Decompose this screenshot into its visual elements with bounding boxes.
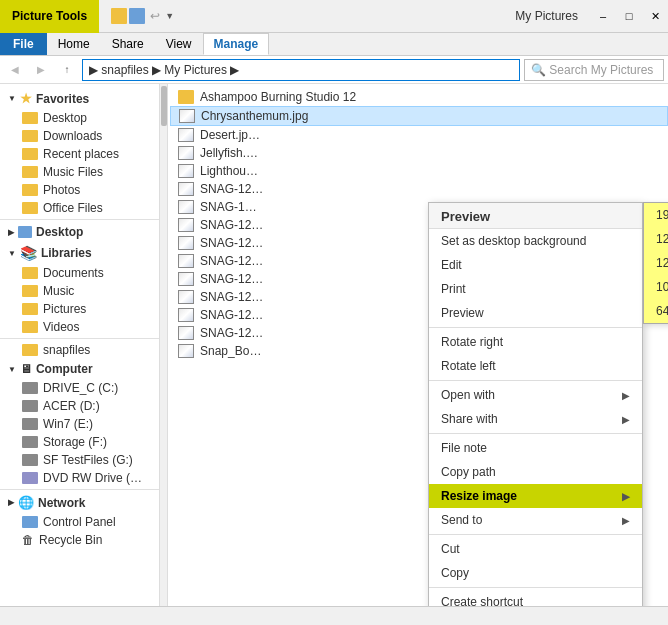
search-box[interactable]: 🔍 Search My Pictures [524,59,664,81]
ctx-set-desktop[interactable]: Set as desktop background [429,229,642,253]
sidebar-header-desktop[interactable]: ▶ Desktop [0,222,159,242]
resize-submenu: 1920x1080 1280x720 1280x1024 1024x768 64… [643,202,668,324]
file-name: Ashampoo Burning Studio 12 [200,90,356,104]
scrollbar-thumb[interactable] [161,86,167,126]
ctx-edit[interactable]: Edit [429,253,642,277]
tab-file[interactable]: File [0,33,47,55]
submenu-item-640x480[interactable]: 640x480 [644,299,668,323]
submenu-item-1024x768[interactable]: 1024x768 [644,275,668,299]
tab-share[interactable]: Share [101,33,155,55]
sidebar-divider3 [0,489,159,490]
sidebar-item-label: Downloads [43,129,102,143]
ctx-resize-image[interactable]: Resize image ▶ [429,484,642,508]
ctx-rotate-right[interactable]: Rotate right [429,330,642,354]
folder-icon [22,130,38,142]
tab-manage[interactable]: Manage [203,33,270,55]
sidebar-item-downloads[interactable]: Downloads [0,127,159,145]
chevron-down-icon: ▼ [8,249,16,258]
sidebar-item-music-files[interactable]: Music Files [0,163,159,181]
sidebar-item-control-panel[interactable]: Control Panel [0,513,159,531]
window-controls: – □ ✕ [590,0,668,33]
sidebar-item-label: Documents [43,266,104,280]
back-button[interactable]: ◀ [4,59,26,81]
minimize-button[interactable]: – [590,0,616,33]
file-name: Snap_Bo… [200,344,261,358]
sidebar-item-dvd[interactable]: DVD RW Drive (… [0,469,159,487]
sidebar-item-videos[interactable]: Videos [0,318,159,336]
sidebar-item-drive-g[interactable]: SF TestFiles (G:) [0,451,159,469]
undo-icon[interactable]: ↩ [147,8,163,24]
folder-icon [22,321,38,333]
up-button[interactable]: ↑ [56,59,78,81]
ctx-copy[interactable]: Copy [429,561,642,585]
maximize-button[interactable]: □ [616,0,642,33]
file-name: SNAG-12… [200,218,263,232]
sidebar-item-label: DRIVE_C (C:) [43,381,118,395]
sidebar-item-desktop[interactable]: Desktop [0,109,159,127]
ctx-open-with[interactable]: Open with ▶ [429,383,642,407]
network-icon: 🌐 [18,495,34,510]
close-button[interactable]: ✕ [642,0,668,33]
ctx-separator2 [429,380,642,381]
submenu-item-1280x720[interactable]: 1280x720 [644,227,668,251]
ctx-send-to[interactable]: Send to ▶ [429,508,642,532]
sidebar-divider [0,219,159,220]
sidebar-item-label: Music Files [43,165,103,179]
libraries-label: Libraries [41,246,92,260]
file-item-desert[interactable]: Desert.jp… [170,126,668,144]
sidebar-item-drive-f[interactable]: Storage (F:) [0,433,159,451]
sidebar-item-music[interactable]: Music [0,282,159,300]
dropdown-icon[interactable]: ▼ [165,8,174,24]
quick-access-icon [111,8,127,24]
submenu-item-1920[interactable]: 1920x1080 [644,203,668,227]
sidebar-item-drive-e[interactable]: Win7 (E:) [0,415,159,433]
ctx-preview[interactable]: Preview [429,301,642,325]
sidebar-item-pictures[interactable]: Pictures [0,300,159,318]
sidebar-item-recycle-bin[interactable]: 🗑 Recycle Bin [0,531,159,549]
submenu-item-1280x1024[interactable]: 1280x1024 [644,251,668,275]
folder-icon [22,202,38,214]
sidebar-header-favorites[interactable]: ▼ ★ Favorites [0,88,159,109]
status-bar [0,606,668,625]
sidebar-item-drive-d[interactable]: ACER (D:) [0,397,159,415]
sidebar-item-drive-c[interactable]: DRIVE_C (C:) [0,379,159,397]
ctx-file-note[interactable]: File note [429,436,642,460]
ctx-copy-path[interactable]: Copy path [429,460,642,484]
file-item-chrysanthemum[interactable]: Chrysanthemum.jpg [170,106,668,126]
ctx-print[interactable]: Print [429,277,642,301]
ctx-rotate-left[interactable]: Rotate left [429,354,642,378]
file-item-snag1[interactable]: SNAG-12… [170,180,668,198]
ctx-label: Print [441,282,466,296]
sidebar-item-photos[interactable]: Photos [0,181,159,199]
tab-view[interactable]: View [155,33,203,55]
tab-home[interactable]: Home [47,33,101,55]
ctx-cut[interactable]: Cut [429,537,642,561]
forward-button[interactable]: ▶ [30,59,52,81]
scrollbar-track[interactable] [160,84,168,606]
sidebar-item-office-files[interactable]: Office Files [0,199,159,217]
image-icon [178,236,194,250]
ctx-label: Edit [441,258,462,272]
ctx-separator4 [429,534,642,535]
drive-icon [22,418,38,430]
folder-icon [22,344,38,356]
computer-label: Computer [36,362,93,376]
address-path[interactable]: ▶ snapfiles ▶ My Pictures ▶ [82,59,520,81]
sidebar-item-label: Recent places [43,147,119,161]
ctx-share-with[interactable]: Share with ▶ [429,407,642,431]
sidebar-header-computer[interactable]: ▼ 🖥 Computer [0,359,159,379]
file-item-ashampoo[interactable]: Ashampoo Burning Studio 12 [170,88,668,106]
title-bar: Picture Tools ↩ ▼ My Pictures – □ ✕ [0,0,668,33]
image-icon [178,344,194,358]
sidebar-item-documents[interactable]: Documents [0,264,159,282]
sidebar-item-recent[interactable]: Recent places [0,145,159,163]
ctx-create-shortcut[interactable]: Create shortcut [429,590,642,606]
file-name: Jellyfish.… [200,146,258,160]
file-item-jellyfish[interactable]: Jellyfish.… [170,144,668,162]
ctx-separator3 [429,433,642,434]
sidebar-header-libraries[interactable]: ▼ 📚 Libraries [0,242,159,264]
sidebar-header-network[interactable]: ▶ 🌐 Network [0,492,159,513]
file-item-lighthouse[interactable]: Lighthou… [170,162,668,180]
new-folder-icon[interactable] [129,8,145,24]
sidebar-item-snapfiles[interactable]: snapfiles [0,341,159,359]
